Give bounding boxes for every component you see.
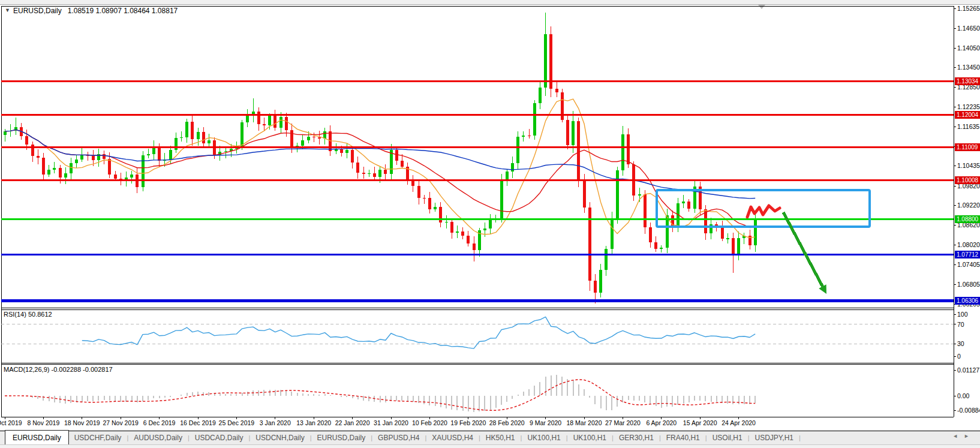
tab-xauusd-h4[interactable]: XAUUSD,H4 [426,431,479,444]
price-axis-label: 1.06805 [957,281,980,288]
price-axis-label: 1.13450 [957,64,980,71]
date-axis-label: 6 Apr 2020 [646,419,677,426]
date-axis-label: 15 Apr 2020 [683,419,717,426]
price-level-badge: 1.07712 [955,251,980,258]
price-level-badge: 1.08800 [955,215,980,223]
price-axis-label: 1.09220 [957,202,980,209]
trading-terminal-window: ▼ EURUSD,Daily 1.08519 1.08907 1.08464 1… [0,0,980,448]
price-level-badge: 1.06306 [955,297,980,305]
price-chart[interactable] [0,0,980,448]
date-axis-label: 27 Mar 2020 [605,419,641,426]
date-axis-label: 28 Feb 2020 [489,419,525,426]
price-axis-label: 1.08020 [957,241,980,249]
price-axis-label: 1.07405 [957,261,980,269]
tab-hk50-h1[interactable]: HK50,H1 [480,431,521,444]
macd-axis-label: 0.011277 [957,366,980,374]
tab-scroll-right-icon[interactable]: ► [964,433,975,439]
price-level-badge: 1.10008 [955,176,980,184]
date-axis-label: 8 Nov 2019 [28,419,60,426]
tab-eurusd-daily[interactable]: EURUSD,Daily [5,430,69,444]
price-axis-label: 1.12235 [957,103,980,111]
tab-uk100-h1[interactable]: UK100,H1 [568,431,612,444]
status-strip [0,444,980,448]
tab-uk100-h1[interactable]: UK100,H1 [522,431,566,444]
price-axis-label: 1.14050 [957,44,980,52]
date-axis-label: 3 Jan 2020 [260,419,291,426]
tab-fra40-h1[interactable]: FRA40,H1 [661,431,705,444]
date-axis-label: 18 Nov 2019 [64,419,100,426]
macd-indicator-label: MACD(12,26,9) -0.002288 -0.002817 [4,366,113,373]
rsi-axis-label: 30 [957,340,964,348]
price-axis-label: 1.15265 [957,5,980,13]
tab-separator: | [799,434,801,441]
date-axis-label: 24 Apr 2020 [722,419,756,426]
tab-scroll-arrows[interactable]: ◄► [952,433,975,439]
macd-axis-label: 0.00 [957,392,969,400]
rsi-axis-label: 0 [957,353,961,360]
date-axis-label: 19 Feb 2020 [450,419,486,426]
rsi-indicator-label: RSI(14) 50.8612 [4,311,52,318]
date-axis-label: 13 Jan 2020 [296,419,331,426]
tab-eurusd-daily[interactable]: EURUSD,Daily [312,431,371,444]
tab-usdcnh-daily[interactable]: USDCNH,Daily [250,431,309,444]
tab-gbpusd-h4[interactable]: GBPUSD,H4 [372,431,425,444]
tab-audusd-daily[interactable]: AUDUSD,Daily [128,431,188,444]
macd-axis-label: -0.008845 [957,407,980,414]
tab-usdchf-daily[interactable]: USDCHF,Daily [69,431,127,444]
date-axis-label: 18 Mar 2020 [567,419,602,426]
rsi-axis-label: 70 [957,321,964,329]
date-axis-label: 9 Mar 2020 [530,419,561,426]
date-axis-label: 16 Dec 2019 [180,419,216,426]
price-level-badge: 1.11009 [955,143,980,151]
tab-ger30-h1[interactable]: GER30,H1 [614,431,659,444]
price-axis-label: 1.14650 [957,25,980,32]
date-axis-label: 10 Feb 2020 [412,419,447,426]
date-axis-label: 6 Dec 2019 [143,419,176,426]
date-axis-label: 25 Dec 2019 [219,419,255,426]
tab-scroll-left-icon[interactable]: ◄ [952,433,964,439]
tab-usdjpy-h1[interactable]: USDJPY,H1 [750,431,799,444]
date-axis-label: 27 Nov 2019 [103,419,139,426]
date-axis-label: 31 Jan 2020 [374,419,408,426]
price-level-badge: 1.12004 [955,111,980,119]
price-axis-label: 1.11635 [957,123,979,131]
price-level-badge: 1.13034 [955,77,980,85]
rsi-axis-label: 100 [957,311,968,318]
chart-tab-bar: EURUSD,DailyUSDCHF,Daily|AUDUSD,Daily|US… [0,431,980,444]
tab-usoil-h1[interactable]: USOil,H1 [707,431,748,444]
date-axis-label: 30 Oct 2019 [0,419,22,426]
tab-usdcad-daily[interactable]: USDCAD,Daily [190,431,249,444]
date-axis-label: 22 Jan 2020 [335,419,370,426]
price-axis-label: 1.10435 [957,162,980,170]
